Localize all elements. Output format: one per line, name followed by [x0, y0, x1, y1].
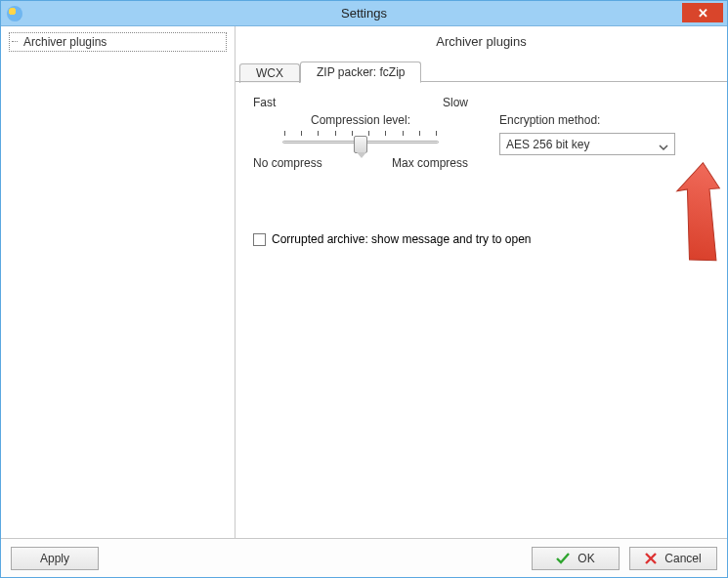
sidebar: Archiver plugins — [1, 26, 236, 538]
chevron-down-icon — [659, 141, 668, 154]
max-compress-label: Max compress — [392, 156, 468, 170]
encryption-label: Encryption method: — [499, 113, 675, 127]
compression-block: Fast Slow Compression level: No compress — [253, 96, 468, 170]
close-icon: ✕ — [698, 6, 708, 21]
sidebar-item-label: Archiver plugins — [23, 35, 107, 49]
tab-label: WCX — [256, 66, 283, 80]
corrupted-row: Corrupted archive: show message and try … — [253, 232, 709, 246]
panel-header: Archiver plugins — [236, 26, 727, 59]
check-icon — [556, 553, 570, 564]
tab-label: ZIP packer: fcZip — [317, 65, 405, 79]
tab-wcx[interactable]: WCX — [239, 63, 300, 83]
tab-strip: WCX ZIP packer: fcZip — [236, 59, 727, 82]
apply-label: Apply — [40, 552, 69, 565]
encryption-value: AES 256 bit key — [506, 138, 589, 151]
slider-thumb[interactable] — [354, 136, 367, 153]
compression-level-label: Compression level: — [311, 113, 410, 127]
close-button[interactable]: ✕ — [682, 3, 723, 22]
cancel-button[interactable]: Cancel — [629, 547, 717, 570]
tab-zip-packer[interactable]: ZIP packer: fcZip — [300, 62, 421, 83]
tab-panel: Fast Slow Compression level: No compress — [236, 82, 727, 538]
annotation-arrow-icon — [656, 162, 728, 269]
window-body: Archiver plugins Archiver plugins WCX ZI… — [1, 26, 727, 538]
sidebar-item-archiver-plugins[interactable]: Archiver plugins — [9, 32, 227, 52]
button-bar: Apply OK Cancel — [1, 538, 727, 577]
apply-button[interactable]: Apply — [11, 547, 99, 570]
slow-label: Slow — [443, 96, 468, 109]
encryption-dropdown[interactable]: AES 256 bit key — [499, 133, 675, 155]
ok-button[interactable]: OK — [532, 547, 620, 570]
encryption-block: Encryption method: AES 256 bit key — [499, 113, 675, 155]
fast-label: Fast — [253, 96, 276, 109]
settings-window: Settings ✕ Archiver plugins Archiver plu… — [0, 0, 728, 578]
compression-range-row: No compress Max compress — [253, 156, 468, 170]
titlebar[interactable]: Settings ✕ — [1, 1, 727, 26]
ok-label: OK — [578, 552, 594, 565]
corrupted-checkbox[interactable] — [253, 233, 266, 246]
cancel-icon — [645, 553, 657, 564]
corrupted-label: Corrupted archive: show message and try … — [272, 232, 531, 246]
cancel-label: Cancel — [664, 552, 701, 565]
compression-slider[interactable] — [282, 129, 439, 156]
main-panel: Archiver plugins WCX ZIP packer: fcZip F… — [236, 26, 727, 538]
svg-marker-0 — [664, 162, 728, 266]
no-compress-label: No compress — [253, 156, 322, 170]
window-title: Settings — [1, 6, 727, 21]
compression-speed-row: Fast Slow — [253, 96, 468, 109]
